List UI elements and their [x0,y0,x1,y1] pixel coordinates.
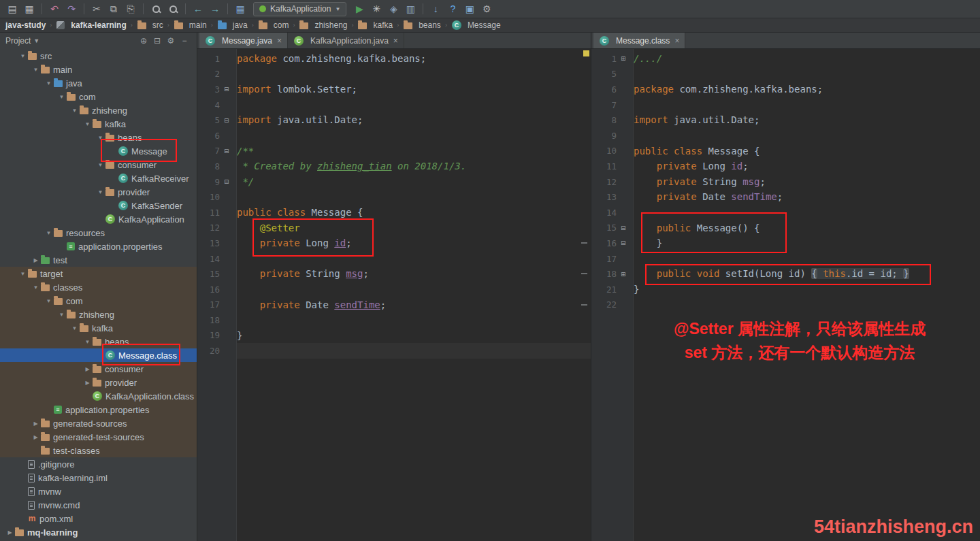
code-line-8[interactable]: * Created by zhisheng_tian on 2018/1/3. [237,159,591,174]
help-icon[interactable]: ? [444,1,461,16]
gutter-line-1[interactable]: 1 [197,51,236,67]
chevron-down-icon[interactable]: ▼ [33,37,39,44]
code-line-7[interactable]: /** [237,144,591,159]
fold-collapse-icon[interactable]: ⊟ [621,240,633,246]
run-configuration-select[interactable]: KafkaApplication▼ [253,2,346,16]
code-line-13[interactable]: private Long id; [237,235,591,251]
code-line-12[interactable]: @Setter [237,220,591,236]
chevron-down-icon[interactable]: ▼ [96,189,105,195]
code-line-5[interactable]: import java.util.Date; [237,112,591,128]
chevron-down-icon[interactable]: ▼ [70,108,79,114]
code-line-13[interactable]: private Date sendTime; [634,189,980,205]
tree-item-generated-sources[interactable]: ▶generated-sources [0,416,197,430]
close-icon[interactable]: × [277,36,282,46]
navigate-back-icon[interactable]: ← [190,1,206,16]
gutter-line-7[interactable]: 7⊟ [197,144,236,159]
project-structure-icon[interactable]: ▣ [461,1,478,16]
chevron-right-icon[interactable]: ▶ [83,380,92,386]
breadcrumb-item-src[interactable]: src [134,20,166,30]
gutter-right[interactable]: 1⊞56789101112131415⊟16⊟1718⊞2122 [591,49,634,541]
code-line-1[interactable]: package com.zhisheng.kafka.beans; [237,51,591,67]
locate-file-icon[interactable]: ⊕ [137,36,150,46]
code-line-20[interactable] [237,343,591,359]
gutter-line-3[interactable]: 3⊟ [197,82,236,97]
fold-expand-icon[interactable]: ⊞ [621,55,633,62]
breadcrumb-item-java[interactable]: java [214,20,250,30]
code-line-8[interactable]: import java.util.Date; [634,112,980,128]
gutter-line-13[interactable]: 13 [197,235,236,251]
settings-gear-icon[interactable]: ⚙ [478,1,495,16]
code-line-15[interactable]: private String msg; [237,266,591,282]
tree-item-src[interactable]: ▼src [0,49,197,63]
code-line-18[interactable]: public void setId(Long id) { this.id = i… [634,266,980,282]
fold-collapse-icon[interactable]: ⊟ [224,178,236,185]
chevron-down-icon[interactable]: ▼ [44,298,53,304]
gutter-line-16[interactable]: 16⊟ [591,235,633,251]
code-line-14[interactable] [634,205,980,220]
code-line-6[interactable] [237,128,591,144]
gutter-line-9[interactable]: 9⊟ [197,174,236,190]
gutter-line-15[interactable]: 15⊟ [591,220,633,236]
tree-item-kafka-learning-iml[interactable]: kafka-learning.iml [0,471,197,485]
gutter-line-7[interactable]: 7 [591,97,633,113]
tree-item-mq-learning[interactable]: ▶mq-learning [0,525,197,539]
fold-collapse-icon[interactable]: ⊟ [224,86,236,93]
gutter-line-16[interactable]: 16 [197,282,236,297]
chevron-down-icon[interactable]: ▼ [57,94,66,100]
hide-panel-icon[interactable]: − [178,36,191,46]
gutter-line-8[interactable]: 8 [197,159,236,174]
breadcrumb-item-kafka-learning[interactable]: kafka-learning [53,20,129,30]
gutter-line-6[interactable]: 6 [197,128,236,144]
fold-collapse-icon[interactable]: ⊟ [224,148,236,154]
close-icon[interactable]: × [674,36,679,46]
tree-item-kafkareceiver[interactable]: CKafkaReceiver [0,171,197,185]
build-icon[interactable]: ✳ [368,1,385,16]
tree-item-gitignore[interactable]: .gitignore [0,457,197,471]
gutter-line-11[interactable]: 11 [591,159,633,174]
code-line-10[interactable] [237,189,591,205]
gutter-line-22[interactable]: 22 [591,297,633,313]
collapse-all-icon[interactable]: ⊟ [150,36,164,46]
chevron-down-icon[interactable]: ▼ [31,67,40,73]
tree-item-com[interactable]: ▼com [0,90,197,103]
gutter-line-10[interactable]: 10 [591,144,633,159]
tab-message-class[interactable]: CMessage.class× [593,33,685,48]
code-line-5[interactable] [634,67,980,82]
tree-item-test[interactable]: ▶test [0,253,197,267]
profiler-icon[interactable]: ▥ [402,1,419,16]
tree-item-consumer[interactable]: ▼consumer [0,158,197,171]
tab-kafkaapplication-java[interactable]: CKafkaApplication.java× [288,33,404,48]
gutter-line-18[interactable]: 18⊞ [591,266,633,282]
tree-item-resources[interactable]: ▼resources [0,226,197,240]
tree-item-kafkaapplication[interactable]: CKafkaApplication [0,212,197,226]
project-panel-title[interactable]: Project [5,36,31,46]
close-icon[interactable]: × [393,36,398,46]
chevron-right-icon[interactable]: ▶ [83,366,92,372]
run-icon[interactable]: ▶ [351,1,368,16]
code-line-16[interactable]: } [634,235,980,251]
chevron-down-icon[interactable]: ▼ [44,230,53,236]
code-line-10[interactable]: public class Message { [634,144,980,159]
code-line-11[interactable]: public class Message { [237,205,591,220]
gutter-line-13[interactable]: 13 [591,189,633,205]
tree-item-mvnw[interactable]: mvnw [0,485,197,498]
find-icon[interactable] [148,1,164,16]
fold-expand-icon[interactable]: ⊞ [621,271,633,278]
chevron-down-icon[interactable]: ▼ [70,325,79,331]
code-line-4[interactable] [237,97,591,113]
breadcrumb-item-zhisheng[interactable]: zhisheng [296,20,350,30]
gutter-left[interactable]: 123⊟45⊟67⊟89⊟1011121314151617181920 [197,49,237,541]
gutter-line-18[interactable]: 18 [197,312,236,328]
chevron-down-icon[interactable]: ▼ [18,271,27,277]
gutter-line-19[interactable]: 19 [197,328,236,344]
code-line-7[interactable] [634,97,980,113]
tree-item-kafkaapplication-class[interactable]: CKafkaApplication.class [0,389,197,403]
save-all-icon[interactable]: ▦ [21,1,37,16]
chevron-right-icon[interactable]: ▶ [31,434,40,440]
tab-message-java[interactable]: CMessage.java× [199,33,288,48]
gutter-line-11[interactable]: 11 [197,205,236,220]
breadcrumb-item-kafka[interactable]: kafka [355,20,395,30]
paste-icon[interactable]: ⎘ [122,1,139,16]
tree-item-message[interactable]: CMessage [0,144,197,158]
breadcrumb-item-main[interactable]: main [171,20,210,30]
